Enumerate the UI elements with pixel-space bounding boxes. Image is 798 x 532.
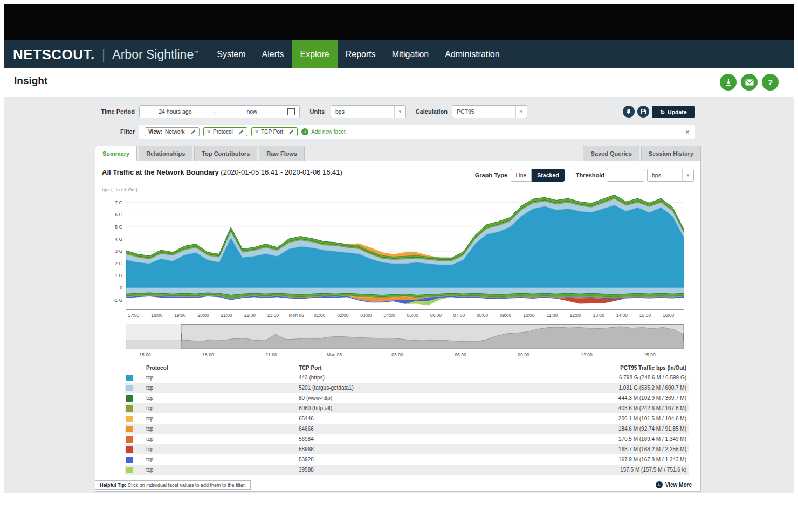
traffic-cell: 168.7 M (168.2 M / 2.255 M): [563, 446, 689, 452]
protocol-cell[interactable]: tcp: [146, 467, 299, 473]
save-disk-icon: [641, 109, 646, 115]
svg-text:12:00: 12:00: [569, 313, 581, 318]
svg-text:1 G: 1 G: [115, 273, 122, 278]
table-row[interactable]: tcp5201 (targus-getdata1)1.031 G (535.2 …: [125, 383, 689, 393]
tab-session-history[interactable]: Session History: [641, 146, 701, 161]
time-to-value[interactable]: now: [216, 108, 287, 115]
save-query-button[interactable]: [637, 106, 649, 118]
nav-explore[interactable]: Explore: [292, 40, 337, 68]
calculation-select[interactable]: PCT95 ▾: [452, 105, 527, 118]
tcp-port-cell[interactable]: 53928: [299, 457, 563, 462]
graph-type-stacked-button[interactable]: Stacked: [532, 169, 565, 182]
pencil-icon[interactable]: [286, 129, 294, 134]
table-row[interactable]: tcp53928167.9 M (167.8 M / 1.243 M): [125, 454, 689, 465]
svg-text:18:00: 18:00: [202, 352, 214, 357]
tab-top-contributors[interactable]: Top Contributors: [194, 146, 257, 161]
pencil-icon[interactable]: [236, 129, 244, 134]
view-more-button[interactable]: + View More: [656, 481, 692, 488]
protocol-cell[interactable]: tcp: [146, 385, 299, 391]
svg-text:16:00: 16:00: [663, 313, 675, 318]
tcp-port-cell[interactable]: 39588: [299, 467, 563, 473]
helpful-tip-label: Helpful Tip:: [100, 482, 126, 488]
traffic-column-header[interactable]: PCT95 Traffic bps (In/Out): [563, 365, 689, 371]
tcp-port-column-header[interactable]: TCP Port: [299, 365, 563, 371]
tcp-port-cell[interactable]: 56984: [299, 436, 563, 442]
protocol-cell[interactable]: tcp: [146, 405, 299, 411]
clear-filter-icon[interactable]: ×: [685, 128, 690, 136]
protocol-cell[interactable]: tcp: [146, 436, 299, 442]
update-button[interactable]: ↻ Update: [652, 106, 695, 118]
filter-chip-view[interactable]: View: Network: [145, 127, 200, 136]
table-row[interactable]: tcp39588157.5 M (157.5 M / 751.6 k): [125, 465, 689, 475]
time-range-brush-chart[interactable]: 15:0018:0021:00Mon 0603:0006:0009:0012:0…: [126, 324, 684, 359]
download-button[interactable]: [720, 74, 737, 91]
threshold-units-select[interactable]: bps ▾: [647, 169, 694, 182]
table-row[interactable]: tcp64666184.6 M (92.74 M / 91.85 M): [125, 424, 689, 434]
protocol-cell[interactable]: tcp: [146, 426, 299, 432]
table-row[interactable]: tcp443 (https)6.798 G (248.6 M / 6.599 G…: [125, 372, 689, 383]
threshold-input[interactable]: [607, 169, 644, 182]
remove-facet-icon[interactable]: ×: [255, 129, 258, 135]
help-button[interactable]: ?: [762, 74, 779, 91]
graph-type-line-button[interactable]: Line: [511, 169, 532, 182]
alert-bell-button[interactable]: [623, 106, 635, 118]
svg-text:01:00: 01:00: [314, 313, 326, 318]
nav-alerts[interactable]: Alerts: [254, 40, 292, 68]
series-color-swatch: [126, 375, 133, 381]
table-row[interactable]: tcp56984170.5 M (169.4 M / 1.349 M): [125, 434, 689, 444]
nav-reports[interactable]: Reports: [338, 40, 384, 68]
remove-facet-icon[interactable]: ×: [207, 129, 210, 135]
chevron-down-icon: ▾: [515, 106, 527, 118]
nav-system[interactable]: System: [209, 40, 253, 68]
plus-circle-icon: +: [301, 128, 308, 135]
series-color-swatch: [126, 467, 133, 473]
tcp-port-cell[interactable]: 64666: [299, 426, 563, 432]
svg-text:06:00: 06:00: [455, 352, 466, 357]
filter-chip-protocol[interactable]: × Protocol: [203, 127, 247, 136]
email-button[interactable]: [741, 74, 758, 91]
svg-text:15:00: 15:00: [644, 352, 656, 357]
update-button-label: Update: [668, 109, 687, 115]
netscout-logo[interactable]: NETSCOUT. | Arbor Sightline™: [13, 46, 198, 63]
nav-mitigation[interactable]: Mitigation: [384, 40, 437, 68]
svg-text:Mon 06: Mon 06: [327, 352, 342, 357]
table-row[interactable]: tcp80 (www-http)444.3 M (102.9 M / 369.7…: [125, 393, 689, 403]
table-row[interactable]: tcp8080 (http-alt)403.6 M (242.6 M / 167…: [125, 403, 689, 413]
tab-relationships[interactable]: Relationships: [139, 146, 192, 161]
protocol-column-header[interactable]: Protocol: [146, 365, 299, 371]
protocol-cell[interactable]: tcp: [146, 457, 299, 462]
pencil-icon[interactable]: [188, 129, 196, 134]
svg-text:12:00: 12:00: [581, 352, 593, 357]
tab-summary[interactable]: Summary: [95, 146, 137, 161]
add-new-facet-button[interactable]: + Add new facet: [301, 128, 345, 135]
tcp-port-cell[interactable]: 443 (https): [299, 375, 563, 381]
protocol-cell[interactable]: tcp: [146, 395, 299, 401]
navbar: NETSCOUT. | Arbor Sightline™ System Aler…: [4, 40, 794, 68]
traffic-stacked-area-chart[interactable]: 7 G6 G5 G4 G3 G2 G1 G0-1 G17:0018:0019:0…: [106, 192, 684, 323]
filter-chip-tcp-port[interactable]: × TCP Port: [251, 127, 298, 136]
units-select[interactable]: bps ▾: [331, 105, 406, 118]
svg-text:06:00: 06:00: [430, 313, 442, 318]
series-color-swatch: [126, 436, 133, 443]
tab-saved-queries[interactable]: Saved Queries: [583, 146, 639, 161]
protocol-cell[interactable]: tcp: [146, 416, 299, 422]
table-row[interactable]: tcp65446206.1 M (101.5 M / 104.6 M): [125, 413, 689, 424]
table-row[interactable]: tcp58968168.7 M (168.2 M / 2.255 M): [125, 444, 689, 454]
nav-administration[interactable]: Administration: [437, 40, 507, 68]
tcp-port-cell[interactable]: 8080 (http-alt): [299, 405, 563, 411]
protocol-cell[interactable]: tcp: [146, 446, 299, 452]
tcp-port-cell[interactable]: 58968: [299, 446, 563, 452]
tcp-port-cell[interactable]: 65446: [299, 416, 563, 422]
svg-text:-1 G: -1 G: [113, 298, 122, 303]
plus-circle-icon: +: [656, 481, 663, 488]
tcp-port-cell[interactable]: 80 (www-http): [299, 395, 563, 401]
tab-raw-flows[interactable]: Raw Flows: [259, 146, 305, 161]
calculation-label: Calculation: [400, 108, 448, 115]
refresh-icon: ↻: [660, 109, 665, 115]
svg-text:04:00: 04:00: [383, 313, 395, 318]
time-from-value[interactable]: 24 hours ago: [140, 108, 211, 115]
calculation-value: PCT95: [452, 108, 515, 115]
time-period-input[interactable]: 24 hours ago → now: [139, 105, 300, 118]
tcp-port-cell[interactable]: 5201 (targus-getdata1): [299, 385, 563, 391]
protocol-cell[interactable]: tcp: [146, 375, 299, 381]
